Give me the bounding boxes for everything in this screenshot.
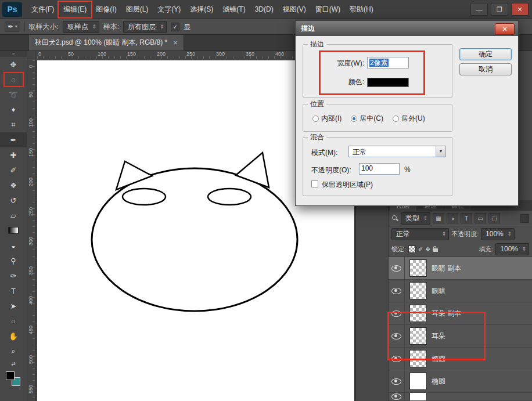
tool-move[interactable]: ✥ (0, 57, 27, 72)
menu-type[interactable]: 文字(Y) (153, 2, 185, 17)
tool-gradient[interactable] (0, 223, 27, 238)
shape-filter-icon[interactable]: ▭ (475, 213, 486, 223)
dialog-title-bar[interactable]: 描边 (296, 21, 518, 36)
gradient-icon (8, 227, 19, 234)
visibility-toggle[interactable] (389, 348, 405, 370)
opacity-select[interactable]: 100% (481, 228, 515, 240)
menu-view[interactable]: 视图(V) (278, 2, 311, 17)
tool-eyedropper[interactable]: ✒ (0, 132, 27, 147)
tool-ellipse-shape[interactable]: ○ (0, 313, 27, 328)
filter-kind-select[interactable]: 类型 (401, 212, 430, 225)
visibility-toggle[interactable] (389, 370, 405, 392)
lock-all-icon[interactable] (433, 246, 438, 252)
cancel-button[interactable]: 取消 (459, 63, 512, 75)
visibility-toggle[interactable] (389, 302, 405, 324)
tool-elliptical-marquee[interactable]: ◌ (0, 72, 27, 87)
maximize-button[interactable]: ❐ (491, 3, 508, 16)
preserve-transparency-label: 保留透明区域(P) (322, 180, 373, 190)
menu-select[interactable]: 选择(S) (185, 2, 218, 17)
radio-icon (312, 115, 319, 122)
tool-dodge[interactable]: ⚲ (0, 253, 27, 268)
tool-blur[interactable]: ◒ (0, 238, 27, 253)
collapse-panel-icon[interactable]: » (0, 51, 27, 57)
ok-button[interactable]: 确定 (459, 48, 512, 60)
radio-outside[interactable]: 居外(U) (393, 114, 425, 124)
type-filter-icon[interactable]: T (461, 213, 472, 223)
layer-row-eyes-copy[interactable]: 眼睛 副本 (389, 257, 532, 280)
sample-size-select[interactable]: 取样点 (63, 21, 99, 33)
layer-row-ears[interactable]: 耳朵 (389, 325, 532, 348)
width-value: 2像素 (369, 59, 389, 67)
menu-filter[interactable]: 滤镜(T) (218, 2, 250, 17)
layer-row-ellipse-1[interactable]: 椭圆 (389, 348, 532, 370)
layer-thumbnail[interactable] (409, 350, 427, 367)
visibility-toggle[interactable] (389, 393, 405, 400)
dialog-opacity-input[interactable]: 100 (359, 163, 400, 175)
tool-path-selection[interactable]: ➤ (0, 298, 27, 313)
visibility-toggle[interactable] (389, 280, 405, 302)
stroke-color-swatch[interactable] (367, 78, 409, 87)
menu-image[interactable]: 图像(I) (91, 2, 121, 17)
width-input[interactable]: 2像素 (367, 57, 409, 68)
fill-select[interactable]: 100% (495, 243, 529, 255)
tool-lasso[interactable]: ➰ (0, 87, 27, 102)
tool-healing-brush[interactable]: ✚ (0, 147, 27, 162)
layer-row-partial[interactable] (389, 393, 532, 401)
tool-clone-stamp[interactable]: ❖ (0, 178, 27, 193)
current-tool-preset[interactable]: ✒ ▾ (5, 21, 20, 32)
sample-select[interactable]: 所有图层 (123, 21, 167, 33)
tool-pen[interactable]: ✑ (0, 268, 27, 283)
dialog-close-button[interactable]: ✕ (495, 23, 515, 35)
filter-toggle-button[interactable] (520, 214, 529, 223)
layer-name: 椭圆 (432, 377, 445, 386)
layer-row-eyes[interactable]: 眼睛 (389, 280, 532, 302)
adjustment-filter-icon[interactable]: ◑ (447, 213, 458, 223)
foreground-color-swatch[interactable] (6, 371, 15, 380)
mode-select[interactable]: 正常 (348, 146, 446, 157)
visibility-toggle[interactable] (389, 325, 405, 347)
tab-close-icon[interactable]: × (173, 38, 178, 47)
menu-3d[interactable]: 3D(D) (250, 2, 278, 16)
visibility-toggle[interactable] (389, 257, 405, 279)
tool-brush[interactable]: ✐ (0, 162, 27, 178)
fill-label: 填充: (479, 245, 493, 254)
layer-thumbnail[interactable] (409, 305, 427, 322)
menu-edit[interactable]: 编辑(E) (59, 2, 91, 17)
tool-crop[interactable]: ⌗ (0, 117, 27, 132)
layer-thumbnail[interactable] (409, 327, 427, 345)
menu-file[interactable]: 文件(F) (27, 2, 59, 17)
layer-thumbnail[interactable] (409, 282, 427, 299)
layer-thumbnail[interactable] (409, 259, 427, 277)
menu-bar: Ps 文件(F) 编辑(E) 图像(I) 图层(L) 文字(Y) 选择(S) 滤… (0, 0, 532, 19)
tool-quick-selection[interactable]: ✦ (0, 102, 27, 117)
tool-history-brush[interactable]: ↺ (0, 193, 27, 208)
lock-transparency-icon[interactable] (408, 245, 416, 253)
tool-zoom[interactable]: ⌕ (0, 344, 27, 359)
minimize-button[interactable]: — (470, 3, 488, 16)
smart-object-filter-icon[interactable]: ⬚ (488, 213, 500, 223)
lock-position-icon[interactable]: ✥ (425, 246, 430, 252)
menu-window[interactable]: 窗口(W) (311, 2, 345, 17)
tool-hand[interactable]: ✋ (0, 328, 27, 344)
preserve-transparency-checkbox[interactable] (311, 180, 318, 187)
swap-colors-icon[interactable]: ⇄ (11, 361, 16, 368)
show-sampling-ring-checkbox[interactable]: ✓ (171, 23, 179, 31)
menu-layer[interactable]: 图层(L) (121, 2, 153, 17)
layer-row-ellipse-2[interactable]: 椭圆 (389, 370, 532, 393)
layer-name: 眼睛 副本 (432, 263, 461, 273)
lock-pixels-icon[interactable]: ✐ (418, 246, 423, 252)
tool-eraser[interactable]: ▱ (0, 208, 27, 223)
blend-mode-select[interactable]: 正常 (391, 228, 449, 240)
pixel-filter-icon[interactable]: ▦ (433, 213, 444, 223)
radio-center[interactable]: 居中(C) (351, 114, 383, 124)
radio-inside[interactable]: 内部(I) (312, 114, 342, 124)
tool-type[interactable]: T (0, 283, 27, 298)
layer-thumbnail[interactable] (409, 373, 427, 390)
close-button[interactable]: ✕ (511, 3, 529, 16)
document-tab[interactable]: 秋田犬2.psd @ 100% (眼睛 副本, RGB/8) * × (29, 35, 184, 50)
layer-thumbnail[interactable] (409, 393, 427, 401)
layer-row-ears-copy[interactable]: 耳朵 副本 (389, 302, 532, 325)
menu-help[interactable]: 帮助(H) (345, 2, 378, 17)
eye-icon (391, 393, 401, 400)
vertical-ruler[interactable]: 0 50 100 150 200 250 300 350 400 450 500… (27, 59, 35, 401)
